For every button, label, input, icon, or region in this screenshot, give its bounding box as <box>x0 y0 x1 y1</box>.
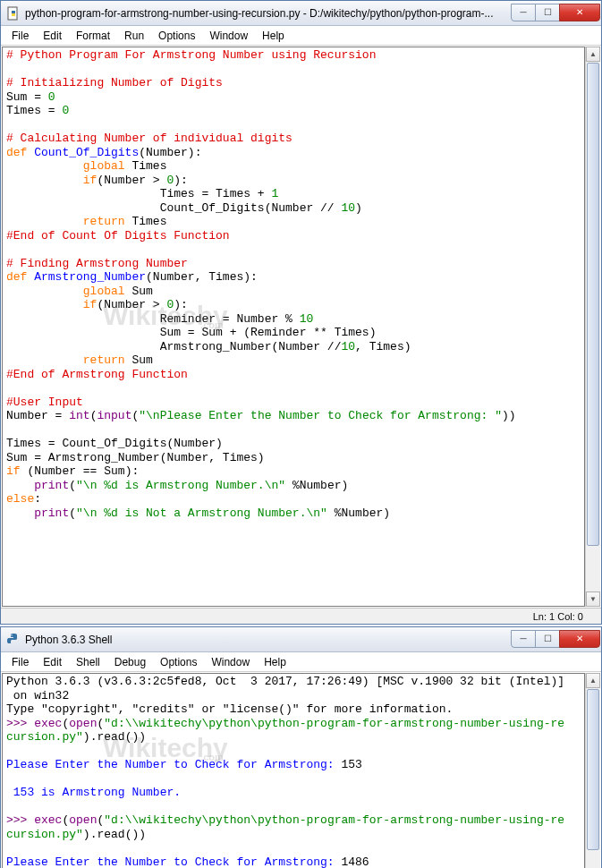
comment: # Finding Armstrong Number <box>6 257 188 270</box>
comment: #End of Armstrong Function <box>6 368 188 381</box>
code-text: Sum <box>125 353 153 367</box>
code-text: Times = <box>6 104 62 117</box>
maximize-button[interactable]: ☐ <box>535 630 560 648</box>
func-name: Armstrong_Number <box>27 270 146 284</box>
menu-shell[interactable]: Shell <box>69 654 107 670</box>
code-text: Times <box>125 159 167 173</box>
code-text: Times <box>125 215 167 228</box>
close-button[interactable]: ✕ <box>559 630 600 648</box>
close-button[interactable]: ✕ <box>559 4 600 21</box>
keyword: def <box>6 146 27 159</box>
menu-options[interactable]: Options <box>151 28 202 44</box>
window-title: python-program-for-armstrong-number-usin… <box>25 7 512 20</box>
comment: #End of Count Of Digits Function <box>6 229 230 243</box>
menu-edit[interactable]: Edit <box>36 654 69 670</box>
number: 10 <box>341 201 355 215</box>
builtin: exec <box>34 813 62 827</box>
code-editor[interactable]: ​# Python Program For Armstrong Number u… <box>2 47 585 607</box>
code-text: , Times) <box>355 340 411 353</box>
svg-point-1 <box>11 634 12 635</box>
string: "\n %d is Not a Armstrong Number.\n" <box>76 506 327 520</box>
code-text: Times = Times + <box>6 187 271 200</box>
menu-help[interactable]: Help <box>257 654 293 670</box>
shell-text: ).read()) <box>83 730 146 744</box>
menu-options[interactable]: Options <box>153 654 204 670</box>
func-name: Count_Of_Digits <box>27 146 139 159</box>
menu-format[interactable]: Format <box>69 28 117 44</box>
menu-run[interactable]: Run <box>117 28 151 44</box>
code-text: (Number > <box>97 298 166 311</box>
shell-console[interactable]: Python 3.6.3 (v3.6.3:2c5fed8, Oct 3 2017… <box>2 673 585 868</box>
keyword: global <box>6 159 125 173</box>
menubar: File Edit Format Run Options Window Help <box>1 26 601 46</box>
prompt: >>> <box>6 717 34 730</box>
code-text: %Number) <box>327 506 390 520</box>
builtin: int <box>69 409 89 422</box>
keyword: if <box>6 174 97 187</box>
code-text: ( <box>69 479 76 492</box>
titlebar[interactable]: Python 3.6.3 Shell ─ ☐ ✕ <box>1 627 601 652</box>
output: Please Enter the Number to Check for Arm… <box>6 855 341 869</box>
code-text: Armstrong_Number(Number // <box>6 340 341 353</box>
scroll-up-arrow[interactable]: ▲ <box>586 47 600 62</box>
code-text: : <box>34 492 41 506</box>
menu-window[interactable]: Window <box>202 28 255 44</box>
shell-window: Python 3.6.3 Shell ─ ☐ ✕ File Edit Shell… <box>0 626 602 868</box>
titlebar[interactable]: python-program-for-armstrong-number-usin… <box>1 1 601 26</box>
code-text: (Number): <box>139 146 201 159</box>
window-title: Python 3.6.3 Shell <box>25 634 512 646</box>
window-controls: ─ ☐ ✕ <box>512 4 600 23</box>
code-text: Sum <box>125 285 153 298</box>
number: 0 <box>48 90 55 104</box>
minimize-button[interactable]: ─ <box>511 4 536 21</box>
prompt: >>> <box>6 813 34 827</box>
python-file-icon <box>6 6 21 21</box>
string: cursion.py" <box>6 730 83 744</box>
menu-window[interactable]: Window <box>204 654 257 670</box>
input-value: 153 <box>341 758 361 771</box>
output: 153 is Armstrong Number. <box>6 786 181 799</box>
code-text: (Number, Times): <box>146 270 258 284</box>
shell-text: ).read()) <box>83 828 146 841</box>
code-text: )) <box>502 409 516 422</box>
shell-text: on win32 <box>6 689 69 702</box>
scroll-thumb[interactable] <box>587 63 599 546</box>
window-controls: ─ ☐ ✕ <box>512 630 600 650</box>
menubar: File Edit Shell Debug Options Window Hel… <box>1 652 601 672</box>
keyword: return <box>6 215 125 228</box>
scroll-down-arrow[interactable]: ▼ <box>586 591 600 607</box>
keyword: if <box>6 298 97 311</box>
menu-help[interactable]: Help <box>255 28 292 44</box>
comment: # Calculating Number of individual digit… <box>6 132 293 145</box>
scroll-thumb[interactable] <box>587 689 599 850</box>
statusbar: Ln: 1 Col: 0 <box>1 608 601 624</box>
menu-edit[interactable]: Edit <box>36 28 69 44</box>
builtin: input <box>97 409 131 422</box>
python-icon <box>6 633 21 647</box>
number: 0 <box>62 104 69 117</box>
comment: #User Input <box>6 396 83 409</box>
builtin: exec <box>34 717 62 730</box>
string: "d:\\wikitechy\python\python-program-for… <box>104 813 564 827</box>
number: 10 <box>300 312 314 326</box>
code-text: Times = Count_Of_Digits(Number) <box>6 437 223 450</box>
editor-window: python-program-for-armstrong-number-usin… <box>0 0 602 625</box>
vertical-scrollbar[interactable]: ▲ ▼ <box>585 47 600 607</box>
string: "\n %d is Armstrong Number.\n" <box>76 479 285 492</box>
minimize-button[interactable]: ─ <box>511 630 536 648</box>
code-text: Sum = <box>6 90 48 104</box>
menu-file[interactable]: File <box>4 28 36 44</box>
menu-debug[interactable]: Debug <box>107 654 153 670</box>
maximize-button[interactable]: ☐ <box>535 4 560 21</box>
scroll-up-arrow[interactable]: ▲ <box>586 673 600 688</box>
code-text: (Number > <box>97 174 166 187</box>
builtin: print <box>6 479 69 492</box>
code-text: Number = <box>6 409 69 422</box>
cursor-position: Ln: 1 Col: 0 <box>533 611 583 622</box>
code-text: Count_Of_Digits(Number // <box>6 201 341 215</box>
vertical-scrollbar[interactable]: ▲ ▼ <box>585 673 600 868</box>
menu-file[interactable]: File <box>4 654 36 670</box>
string: "d:\\wikitechy\python\python-program-for… <box>104 717 564 730</box>
string: "\nPlease Enter the Number to Check for … <box>139 409 502 422</box>
string: cursion.py" <box>6 828 83 841</box>
